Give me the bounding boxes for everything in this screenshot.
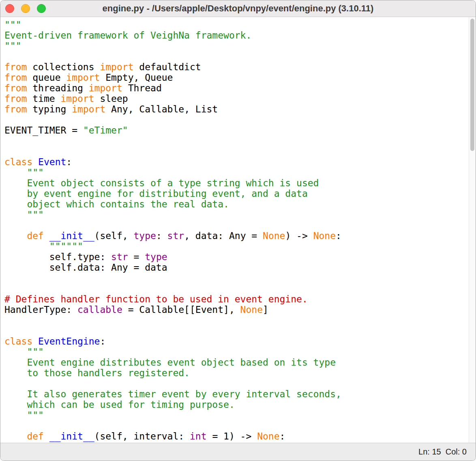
code-token: [4, 347, 27, 357]
code-token: [32, 336, 38, 347]
code-token: :: [336, 230, 341, 241]
code-token: class: [4, 336, 32, 347]
code-token: [32, 157, 38, 167]
code-token: import: [100, 62, 133, 72]
line-col-indicator: Ln: 15 Col: 0: [418, 447, 467, 457]
code-line: to those handlers registered.: [4, 368, 469, 378]
code-token: import: [66, 72, 100, 83]
code-token: defaultdict: [134, 62, 201, 72]
code-token: [4, 178, 27, 188]
code-line: which can be used for timing purpose.: [4, 399, 469, 410]
code-token: Event object consists of a type string w…: [27, 178, 319, 188]
code-token: to those handlers registered.: [27, 368, 190, 378]
code-token: None: [257, 431, 279, 442]
code-line: EVENT_TIMER = "eTimer": [4, 125, 469, 136]
code-token: object which contains the real data.: [27, 199, 229, 209]
code-token: import: [89, 83, 122, 93]
code-line: [4, 220, 469, 230]
code-line: Event-driven framework of VeighNa framew…: [4, 30, 469, 41]
code-token: import: [72, 104, 105, 114]
code-token: [4, 389, 27, 399]
code-token: Thread: [122, 83, 162, 93]
code-token: Event: [38, 157, 66, 167]
code-token: :: [66, 157, 72, 167]
code-token: """: [4, 41, 21, 51]
code-line: """: [4, 347, 469, 357]
code-token: str: [111, 252, 128, 262]
code-line: by event engine for distributing event, …: [4, 188, 469, 199]
code-token: __init__: [49, 230, 94, 241]
code-token: """: [27, 209, 44, 220]
code-token: self.type:: [4, 252, 111, 262]
code-line: [4, 378, 469, 389]
code-token: def: [27, 431, 44, 442]
code-token: Empty, Queue: [100, 72, 173, 83]
code-token: [4, 431, 27, 442]
code-line: """: [4, 167, 469, 178]
code-line: [4, 283, 469, 294]
code-token: (self,: [94, 230, 134, 241]
title-bar[interactable]: engine.py - /Users/apple/Desktop/vnpy/ev…: [0, 0, 476, 17]
code-token: ]: [263, 304, 268, 315]
code-line: [4, 114, 469, 125]
code-token: from: [4, 104, 27, 114]
code-line: [4, 136, 469, 146]
code-token: collections: [27, 62, 100, 72]
code-token: [4, 399, 27, 410]
zoom-button[interactable]: [37, 4, 46, 13]
code-token: type: [145, 252, 167, 262]
code-line: class Event:: [4, 157, 469, 167]
code-token: [4, 357, 27, 368]
code-token: class: [4, 157, 32, 167]
code-token: "eTimer": [83, 125, 128, 136]
code-token: Any, Callable, List: [105, 104, 218, 114]
code-token: (self, interval:: [94, 431, 190, 442]
code-token: None: [313, 230, 336, 241]
code-token: [4, 167, 27, 178]
code-token: typing: [27, 104, 72, 114]
code-token: int: [190, 431, 207, 442]
scrollbar-thumb[interactable]: [470, 19, 474, 151]
code-line: Event object consists of a type string w…: [4, 178, 469, 188]
close-button[interactable]: [5, 4, 14, 13]
code-token: [4, 410, 27, 420]
code-line: """: [4, 19, 469, 30]
code-token: from: [4, 93, 27, 104]
code-token: queue: [27, 72, 66, 83]
code-token: """""": [49, 241, 83, 252]
code-token: type: [134, 230, 156, 241]
code-token: EventEngine: [38, 336, 100, 347]
code-line: from typing import Any, Callable, List: [4, 104, 469, 114]
code-token: """: [27, 347, 44, 357]
code-line: [4, 51, 469, 62]
code-line: """: [4, 209, 469, 220]
window-title: engine.py - /Users/apple/Desktop/vnpy/ev…: [103, 3, 374, 14]
code-token: :: [156, 230, 167, 241]
code-editor[interactable]: """Event-driven framework of VeighNa fra…: [0, 17, 469, 443]
code-token: [4, 230, 27, 241]
code-token: :: [100, 336, 105, 347]
code-line: class EventEngine:: [4, 336, 469, 347]
code-token: self.data: Any = data: [4, 262, 167, 273]
code-line: It also generates timer event by every i…: [4, 389, 469, 399]
code-token: [4, 368, 27, 378]
code-token: HandlerType:: [4, 304, 77, 315]
code-token: [4, 209, 27, 220]
code-line: from time import sleep: [4, 93, 469, 104]
code-token: , data: Any =: [184, 230, 263, 241]
vertical-scrollbar[interactable]: [469, 17, 476, 443]
code-line: from collections import defaultdict: [4, 62, 469, 72]
code-token: by event engine for distributing event, …: [27, 188, 307, 199]
code-line: from queue import Empty, Queue: [4, 72, 469, 83]
code-token: = 1) ->: [207, 431, 257, 442]
code-line: [4, 420, 469, 431]
code-line: """""": [4, 241, 469, 252]
code-line: """: [4, 41, 469, 51]
minimize-button[interactable]: [21, 4, 30, 13]
editor-area: """Event-driven framework of VeighNa fra…: [0, 17, 476, 443]
code-token: which can be used for timing purpose.: [27, 399, 234, 410]
code-token: [4, 188, 27, 199]
code-token: Event-driven framework of VeighNa framew…: [4, 30, 251, 41]
code-token: """: [4, 19, 21, 30]
code-token: callable: [77, 304, 122, 315]
